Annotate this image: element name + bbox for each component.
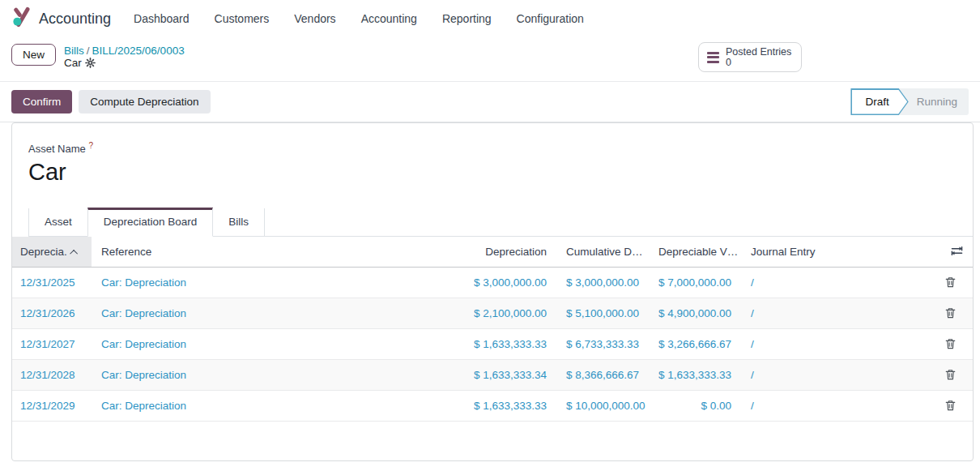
top-navbar: Accounting Dashboard Customers Vendors A… [0, 0, 980, 37]
cell-depreciable[interactable]: $ 1,633,333.33 [649, 359, 741, 390]
table-header-row: Deprecia. Reference Depreciation Cumulat… [12, 237, 973, 267]
table-row: 12/31/2029 Car: Depreciation $ 1,633,333… [12, 390, 973, 421]
depreciation-table: Deprecia. Reference Depreciation Cumulat… [12, 237, 973, 422]
cell-depreciation-date[interactable]: 12/31/2025 [12, 267, 92, 298]
cell-depreciation-date[interactable]: 12/31/2027 [12, 328, 92, 359]
new-button[interactable]: New [11, 44, 56, 66]
posted-entries-text: Posted Entries 0 [726, 47, 791, 68]
nav-menu: Dashboard Customers Vendors Accounting R… [134, 12, 584, 25]
cell-reference[interactable]: Car: Depreciation [92, 267, 427, 298]
optional-columns-toggle[interactable] [927, 237, 973, 267]
cell-journal-entry[interactable]: / [741, 390, 927, 421]
cell-cumulative[interactable]: $ 6,733,333.33 [556, 328, 649, 359]
breadcrumb-current: Car [64, 57, 82, 69]
column-depreciation-date[interactable]: Deprecia. [12, 237, 92, 267]
posted-entries-count: 0 [726, 58, 791, 68]
tab-bills[interactable]: Bills [212, 208, 265, 236]
cell-depreciation[interactable]: $ 1,633,333.34 [427, 359, 556, 390]
cell-journal-entry[interactable]: / [741, 267, 927, 298]
delete-row-cell [927, 359, 973, 390]
column-reference[interactable]: Reference [92, 237, 427, 267]
state-stepper: Draft Running [850, 88, 969, 115]
asset-name-label: Asset Name ? [28, 141, 957, 155]
posted-entries-label: Posted Entries [726, 47, 791, 58]
cell-depreciable[interactable]: $ 3,266,666.67 [649, 328, 741, 359]
cell-reference[interactable]: Car: Depreciation [92, 359, 427, 390]
nav-item-dashboard[interactable]: Dashboard [134, 12, 190, 25]
table-row: 12/31/2025 Car: Depreciation $ 3,000,000… [12, 267, 973, 298]
cell-journal-entry[interactable]: / [741, 359, 927, 390]
control-panel: New Bills/BILL/2025/06/0003 Car P [0, 37, 980, 81]
adjust-columns-icon [951, 247, 963, 259]
nav-item-vendors[interactable]: Vendors [294, 12, 335, 25]
chevron-up-icon [70, 250, 78, 258]
confirm-button[interactable]: Confirm [11, 90, 72, 113]
statusbar: Confirm Compute Depreciation Draft Runni… [0, 81, 980, 122]
cell-depreciation-date[interactable]: 12/31/2029 [12, 390, 92, 421]
gear-icon[interactable] [85, 58, 96, 71]
cell-reference[interactable]: Car: Depreciation [92, 298, 427, 328]
help-marker: ? [88, 141, 93, 150]
breadcrumb-bill-link[interactable]: BILL/2025/06/0003 [92, 45, 185, 57]
delete-row-cell [927, 328, 973, 359]
cell-reference[interactable]: Car: Depreciation [92, 328, 427, 359]
trash-icon[interactable] [944, 336, 957, 351]
breadcrumb-separator: / [84, 45, 92, 57]
delete-row-cell [927, 298, 973, 328]
compute-depreciation-button[interactable]: Compute Depreciation [79, 90, 210, 113]
state-running[interactable]: Running [909, 88, 969, 115]
cell-journal-entry[interactable]: / [741, 328, 927, 359]
column-depreciable[interactable]: Depreciable V… [649, 237, 741, 267]
asset-name-field[interactable]: Car [28, 159, 957, 186]
cell-depreciation[interactable]: $ 1,633,333.33 [427, 328, 556, 359]
trash-icon[interactable] [944, 306, 957, 320]
table-row: 12/31/2026 Car: Depreciation $ 2,100,000… [12, 298, 973, 328]
column-cumulative[interactable]: Cumulative D… [556, 237, 649, 267]
tab-asset[interactable]: Asset [28, 208, 88, 236]
cell-depreciation-date[interactable]: 12/31/2026 [12, 298, 92, 328]
cell-cumulative[interactable]: $ 3,000,000.00 [556, 267, 649, 298]
trash-icon[interactable] [944, 398, 957, 413]
cell-journal-entry[interactable]: / [741, 298, 927, 328]
cell-depreciation-date[interactable]: 12/31/2028 [12, 359, 92, 390]
state-draft[interactable]: Draft [850, 88, 908, 115]
delete-row-cell [927, 390, 973, 421]
nav-item-configuration[interactable]: Configuration [517, 12, 584, 25]
posted-entries-button[interactable]: Posted Entries 0 [698, 42, 802, 72]
cell-depreciable[interactable]: $ 0.00 [649, 390, 741, 421]
cell-cumulative[interactable]: $ 8,366,666.67 [556, 359, 649, 390]
odoo-accounting-logo-icon [11, 6, 32, 31]
nav-item-reporting[interactable]: Reporting [442, 12, 492, 25]
notebook-tabs: Asset Depreciation Board Bills [28, 208, 973, 237]
table-row: 12/31/2027 Car: Depreciation $ 1,633,333… [12, 328, 973, 359]
depreciation-rows: 12/31/2025 Car: Depreciation $ 3,000,000… [12, 267, 973, 421]
cell-depreciation[interactable]: $ 1,633,333.33 [427, 390, 556, 421]
cell-cumulative[interactable]: $ 10,000,000.00 [556, 390, 649, 421]
tab-depreciation-board[interactable]: Depreciation Board [87, 208, 214, 237]
trash-icon[interactable] [944, 275, 957, 289]
column-depreciation[interactable]: Depreciation [427, 237, 556, 267]
column-journal-entry[interactable]: Journal Entry [741, 237, 927, 267]
delete-row-cell [927, 267, 973, 298]
nav-item-accounting[interactable]: Accounting [361, 12, 417, 25]
horizontal-bars-icon [707, 52, 719, 63]
cell-depreciable[interactable]: $ 7,000,000.00 [649, 267, 741, 298]
form-sheet: Asset Name ? Car Asset Depreciation Boar… [11, 122, 974, 461]
trash-icon[interactable] [944, 367, 957, 382]
cell-depreciation[interactable]: $ 3,000,000.00 [427, 267, 556, 298]
nav-item-customers[interactable]: Customers [215, 12, 270, 25]
app-menu-toggle[interactable]: Accounting [11, 6, 111, 31]
app-name: Accounting [39, 11, 111, 28]
table-row: 12/31/2028 Car: Depreciation $ 1,633,333… [12, 359, 973, 390]
cell-reference[interactable]: Car: Depreciation [92, 390, 427, 421]
breadcrumb-bills-link[interactable]: Bills [64, 45, 84, 57]
cell-depreciation[interactable]: $ 2,100,000.00 [427, 298, 556, 328]
cell-depreciable[interactable]: $ 4,900,000.00 [649, 298, 741, 328]
cell-cumulative[interactable]: $ 5,100,000.00 [556, 298, 649, 328]
breadcrumb: Bills/BILL/2025/06/0003 Car [64, 44, 185, 71]
